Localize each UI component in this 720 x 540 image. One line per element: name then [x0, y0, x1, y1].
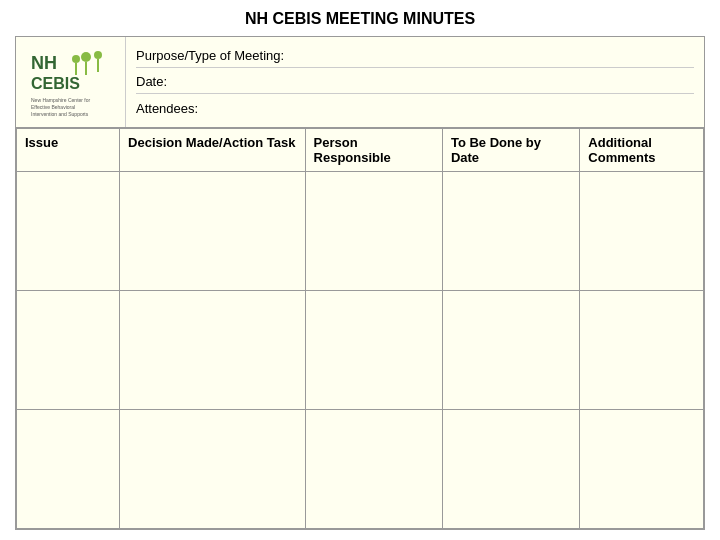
cell-issue-1: [17, 172, 120, 291]
cell-tobedoneby-2: [442, 291, 579, 410]
logo-info-row: NH CEBIS New Hampshire Center for Effect…: [16, 37, 704, 127]
col-header-issue: Issue: [17, 129, 120, 172]
cell-person-2: [305, 291, 442, 410]
cell-issue-3: [17, 410, 120, 529]
cell-person-3: [305, 410, 442, 529]
table-row: [17, 410, 704, 529]
svg-point-1: [81, 52, 91, 62]
cell-tobedoneby-1: [442, 172, 579, 291]
nh-cebis-logo: NH CEBIS New Hampshire Center for Effect…: [26, 47, 116, 117]
purpose-row: Purpose/Type of Meeting:: [136, 44, 694, 68]
minutes-table: Issue Decision Made/Action Task Person R…: [16, 128, 704, 529]
info-area: Purpose/Type of Meeting: Date: Attendees…: [126, 37, 704, 127]
svg-text:New Hampshire Center for: New Hampshire Center for: [31, 97, 91, 103]
page: NH CEBIS MEETING MINUTES NH CEBIS: [0, 0, 720, 540]
cell-comments-3: [580, 410, 704, 529]
cell-issue-2: [17, 291, 120, 410]
table-header-row: Issue Decision Made/Action Task Person R…: [17, 129, 704, 172]
svg-point-3: [72, 55, 80, 63]
col-header-tobedoneby: To Be Done by Date: [442, 129, 579, 172]
cell-decision-2: [120, 291, 305, 410]
cell-comments-1: [580, 172, 704, 291]
purpose-label: Purpose/Type of Meeting:: [136, 48, 284, 63]
table-row: [17, 291, 704, 410]
date-row: Date:: [136, 70, 694, 94]
svg-text:NH: NH: [31, 53, 57, 73]
svg-text:CEBIS: CEBIS: [31, 75, 80, 92]
cell-person-1: [305, 172, 442, 291]
cell-tobedoneby-3: [442, 410, 579, 529]
attendees-row: Attendees:: [136, 97, 694, 120]
col-header-decision: Decision Made/Action Task: [120, 129, 305, 172]
table-section: Issue Decision Made/Action Task Person R…: [16, 127, 704, 529]
table-row: [17, 172, 704, 291]
svg-text:Effective Behavioral: Effective Behavioral: [31, 104, 75, 110]
date-label: Date:: [136, 74, 167, 89]
col-header-person: Person Responsible: [305, 129, 442, 172]
cell-comments-2: [580, 291, 704, 410]
logo-area: NH CEBIS New Hampshire Center for Effect…: [16, 37, 126, 127]
svg-text:Intervention and Supports: Intervention and Supports: [31, 111, 89, 117]
main-container: NH CEBIS New Hampshire Center for Effect…: [15, 36, 705, 530]
page-title: NH CEBIS MEETING MINUTES: [15, 10, 705, 28]
cell-decision-1: [120, 172, 305, 291]
attendees-label: Attendees:: [136, 101, 198, 116]
cell-decision-3: [120, 410, 305, 529]
svg-point-2: [94, 51, 102, 59]
col-header-comments: Additional Comments: [580, 129, 704, 172]
